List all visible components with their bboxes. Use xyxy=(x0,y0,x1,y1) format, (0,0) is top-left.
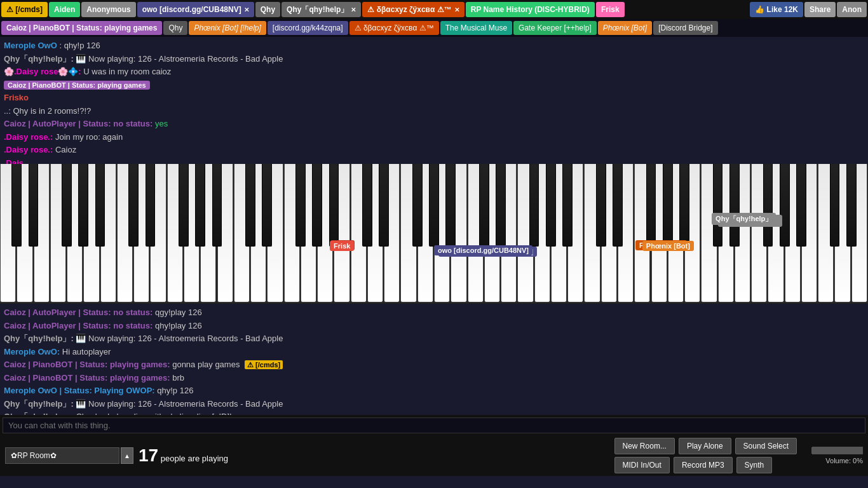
tab-share[interactable]: Share xyxy=(804,2,836,17)
tab-owo[interactable]: owo [discord.gg/CUB48NV] ✕ xyxy=(137,2,254,17)
tab2-qhy[interactable]: Qhy xyxy=(163,21,187,35)
piano-container[interactable]: Friskowo [discord.gg/CUB48NV]Phœnix [Bot… xyxy=(0,164,868,304)
black-key[interactable] xyxy=(713,164,723,247)
bottom-buttons-row1: New Room... Play Alone Sound Select xyxy=(614,438,797,454)
chat-line: ..: Qhy is in 2 rooms!?!? xyxy=(4,105,864,118)
black-key[interactable] xyxy=(546,164,556,247)
chat-line: Caioz | AutoPlayer | Status: no status: … xyxy=(4,306,864,319)
volume-container: Volume: 0% xyxy=(812,447,863,464)
black-key[interactable] xyxy=(663,164,673,247)
tab-facebook-like[interactable]: 👍 Like 12K xyxy=(750,2,803,17)
black-key[interactable] xyxy=(146,164,156,247)
tab-qhy2[interactable]: Qhy「qhy!help」 ✕ xyxy=(281,2,361,17)
tab2-gatekeeper[interactable]: Gate Keeper [++help] xyxy=(513,21,597,35)
chat-line: 🌸.Daisy rose🌸💠: U was in my room caioz xyxy=(4,65,864,78)
chat-line: .Dais xyxy=(4,157,864,165)
black-key[interactable] xyxy=(212,164,222,247)
black-key[interactable] xyxy=(179,164,189,247)
tab-anonymous[interactable]: Anonymous xyxy=(81,2,135,17)
tab-qhy[interactable]: Qhy xyxy=(255,2,280,17)
black-key[interactable] xyxy=(78,164,88,247)
tab-anon-right[interactable]: Anon xyxy=(837,2,867,17)
black-key[interactable] xyxy=(596,164,606,247)
black-key[interactable] xyxy=(846,164,857,247)
chat-input-bar xyxy=(0,415,868,435)
black-key[interactable] xyxy=(95,164,105,247)
tab-warning-close[interactable]: ✕ xyxy=(454,6,459,13)
black-key[interactable] xyxy=(195,164,205,247)
black-key[interactable] xyxy=(11,164,22,247)
black-key[interactable] xyxy=(362,164,372,247)
tab-owo-close[interactable]: ✕ xyxy=(244,6,249,13)
volume-slider[interactable] xyxy=(812,447,863,454)
chat-line: Caioz | PianoBOT | Status: playing games xyxy=(4,79,864,92)
record-mp3-button[interactable]: Record MP3 xyxy=(674,457,733,473)
tab2-caloz[interactable]: Caioz | PianoBOT | Status: playing games xyxy=(1,21,162,35)
tab2-musical[interactable]: The Musical Muse xyxy=(440,21,512,35)
tab-aiden[interactable]: Aiden xyxy=(49,2,80,17)
tab2-phoenix2[interactable]: Phœnix [Bot] xyxy=(598,21,652,35)
black-key[interactable] xyxy=(562,164,573,247)
black-key[interactable] xyxy=(729,164,740,247)
chat-line: Merople OwO: Hi autoplayer xyxy=(4,346,864,358)
black-key[interactable] xyxy=(479,164,489,247)
tab-cmds[interactable]: ⚠ [/cmds] xyxy=(1,2,48,17)
black-key[interactable] xyxy=(496,164,506,247)
tab2-discord[interactable]: [discord.gg/k44zqna] xyxy=(268,21,348,35)
black-key[interactable] xyxy=(796,164,806,247)
chat-line: Caioz | PianoBOT | Status: playing games… xyxy=(4,372,864,384)
room-arrow-up[interactable]: ▲ xyxy=(121,447,133,464)
black-key[interactable] xyxy=(529,164,539,247)
black-key[interactable] xyxy=(295,164,306,247)
black-key[interactable] xyxy=(613,164,623,247)
tabs-row1: ⚠ [/cmds] Aiden Anonymous owo [discord.g… xyxy=(0,0,868,19)
synth-button[interactable]: Synth xyxy=(736,457,773,473)
tab-rp-history[interactable]: RP Name History (DISC-HYBRID) xyxy=(466,2,595,17)
black-key[interactable] xyxy=(29,164,39,247)
black-key[interactable] xyxy=(329,164,339,247)
chat-area: Merople OwO : qhy!p 126 Qhy「qhy!help」: 🎹… xyxy=(0,37,868,164)
chat-line: .Daisy rose.: Join my roo: again xyxy=(4,131,864,144)
tab-warning[interactable]: ⚠ δβαcхyz ζÿхcвα ⚠™ ✕ xyxy=(362,2,464,17)
black-key[interactable] xyxy=(412,164,423,247)
tab-qhy2-close[interactable]: ✕ xyxy=(351,6,356,13)
chat-line: Frisko xyxy=(4,92,864,104)
black-key[interactable] xyxy=(379,164,389,247)
tabs-row2: Caioz | PianoBOT | Status: playing games… xyxy=(0,19,868,37)
chat-line: Qhy「qhy!help」: Check who's online with q… xyxy=(4,410,864,415)
piano-keyboard[interactable]: Friskowo [discord.gg/CUB48NV]Phœnix [Bot… xyxy=(0,164,868,304)
tab2-bridge[interactable]: [Discord Bridge] xyxy=(653,21,717,35)
tab2-warning[interactable]: ⚠ δβαcхyz ζÿхcвα ⚠™ xyxy=(349,21,439,35)
black-key[interactable] xyxy=(445,164,456,247)
black-key[interactable] xyxy=(262,164,272,247)
tab2-phoenix[interactable]: Phœnix [Bot] [!help] xyxy=(189,21,266,35)
room-selector[interactable]: ✿RP Room✿ xyxy=(5,447,119,464)
tab-frisk[interactable]: Frisk xyxy=(596,2,625,17)
black-key[interactable] xyxy=(780,164,790,247)
black-key[interactable] xyxy=(429,164,439,247)
black-key[interactable] xyxy=(646,164,656,247)
volume-label: Volume: 0% xyxy=(825,457,863,464)
chat-line: Caioz | AutoPlayer | Status: no status: … xyxy=(4,118,864,130)
chat-input[interactable] xyxy=(3,417,865,433)
black-key[interactable] xyxy=(830,164,840,247)
chat-line: Merople OwO | Status: Playing OWOP: qhy!… xyxy=(4,384,864,397)
chat-line: Qhy「qhy!help」: 🎹 Now playing: 126 - Alst… xyxy=(4,53,864,65)
black-key[interactable] xyxy=(763,164,773,247)
piano-keys-div[interactable] xyxy=(0,164,868,304)
play-alone-button[interactable]: Play Alone xyxy=(679,438,731,454)
chat-line: .Daisy rose.: Caioz xyxy=(4,144,864,156)
bottom-buttons-row2: MIDI In/Out Record MP3 Synth xyxy=(614,457,797,473)
chat-line: Merople OwO : qhy!p 126 xyxy=(4,39,864,52)
new-room-button[interactable]: New Room... xyxy=(614,438,675,454)
black-key[interactable] xyxy=(312,164,322,247)
sound-select-button[interactable]: Sound Select xyxy=(735,438,797,454)
black-key[interactable] xyxy=(679,164,689,247)
black-key[interactable] xyxy=(128,164,139,247)
black-key[interactable] xyxy=(62,164,72,247)
chat-line: Caioz | AutoPlayer | Status: no status: … xyxy=(4,320,864,332)
bottom-buttons: New Room... Play Alone Sound Select MIDI… xyxy=(614,438,797,473)
bottom-bar: ✿RP Room✿ ▲ 17 people are playing New Ro… xyxy=(0,435,868,476)
black-key[interactable] xyxy=(245,164,255,247)
midi-in-out-button[interactable]: MIDI In/Out xyxy=(614,457,670,473)
